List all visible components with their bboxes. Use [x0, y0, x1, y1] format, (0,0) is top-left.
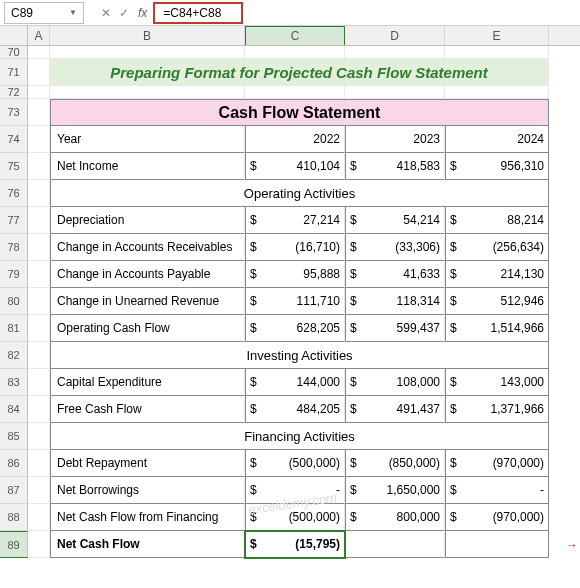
cell[interactable]: $(500,000)	[245, 504, 345, 531]
name-box[interactable]: C89 ▼	[4, 2, 84, 24]
row-header[interactable]: 87	[0, 477, 28, 504]
cell[interactable]: $410,104	[245, 153, 345, 180]
label-ncf: Net Cash Flow	[50, 531, 245, 558]
name-box-value: C89	[11, 6, 33, 20]
col-header-c[interactable]: C	[245, 26, 345, 45]
formula-text: =C84+C88	[163, 6, 221, 20]
cell[interactable]: $1,371,966	[445, 396, 549, 423]
row-header[interactable]: 77	[0, 207, 28, 234]
chevron-down-icon[interactable]: ▼	[69, 8, 77, 17]
row-header[interactable]: 83	[0, 369, 28, 396]
row-header[interactable]: 89	[0, 531, 28, 558]
cell[interactable]: $(500,000)	[245, 450, 345, 477]
section-financing: Financing Activities	[50, 423, 549, 450]
section-operating: Operating Activities	[50, 180, 549, 207]
label-cap: Change in Accounts Payable	[50, 261, 245, 288]
cell[interactable]: $144,000	[245, 369, 345, 396]
cell[interactable]: $599,437	[345, 315, 445, 342]
cell[interactable]: $111,710	[245, 288, 345, 315]
cell[interactable]: $88,214	[445, 207, 549, 234]
cancel-icon[interactable]: ✕	[98, 6, 114, 20]
grid: 70 71 72 73 74 75 76 77 78 79 80 81 82 8…	[0, 46, 580, 558]
row-header[interactable]: 82	[0, 342, 28, 369]
cell[interactable]	[445, 531, 549, 558]
cell[interactable]: $95,888	[245, 261, 345, 288]
col-header-d[interactable]: D	[345, 26, 445, 45]
cell[interactable]: $1,514,966	[445, 315, 549, 342]
cell[interactable]: $41,633	[345, 261, 445, 288]
row-headers: 70 71 72 73 74 75 76 77 78 79 80 81 82 8…	[0, 46, 28, 558]
cell[interactable]	[345, 531, 445, 558]
arrow-right-icon: →	[566, 538, 578, 552]
table-header: Cash Flow Statement	[50, 99, 549, 126]
formula-buttons: ✕ ✓	[98, 6, 132, 20]
col-header-a[interactable]: A	[28, 26, 50, 45]
row-header[interactable]: 81	[0, 315, 28, 342]
label-ncff: Net Cash Flow from Financing	[50, 504, 245, 531]
year-d[interactable]: 2023	[345, 126, 445, 153]
cell[interactable]: $-	[245, 477, 345, 504]
fx-label[interactable]: fx	[138, 6, 147, 20]
label-depreciation: Depreciation	[50, 207, 245, 234]
cell[interactable]: $143,000	[445, 369, 549, 396]
cell[interactable]: $118,314	[345, 288, 445, 315]
row-header[interactable]: 88	[0, 504, 28, 531]
row-header[interactable]: 79	[0, 261, 28, 288]
year-e[interactable]: 2024	[445, 126, 549, 153]
cell[interactable]: $(970,000)	[445, 450, 549, 477]
label-car: Change in Accounts Receivables	[50, 234, 245, 261]
label-net-income: Net Income	[50, 153, 245, 180]
cell[interactable]: $800,000	[345, 504, 445, 531]
label-capex: Capital Expenditure	[50, 369, 245, 396]
selected-cell[interactable]: $(15,795)	[245, 531, 345, 558]
formula-input[interactable]: =C84+C88	[153, 2, 243, 24]
row-header[interactable]: 85	[0, 423, 28, 450]
label-fcf: Free Cash Flow	[50, 396, 245, 423]
title-banner: Preparing Format for Projected Cash Flow…	[50, 59, 549, 86]
cell[interactable]: $(33,306)	[345, 234, 445, 261]
select-all-corner[interactable]	[0, 26, 28, 45]
row-header[interactable]: 71	[0, 59, 28, 86]
col-header-b[interactable]: B	[50, 26, 245, 45]
cell[interactable]: $(970,000)	[445, 504, 549, 531]
label-cur: Change in Unearned Revenue	[50, 288, 245, 315]
col-header-e[interactable]: E	[445, 26, 549, 45]
cell[interactable]: $484,205	[245, 396, 345, 423]
label-netbor: Net Borrowings	[50, 477, 245, 504]
row-header[interactable]: 86	[0, 450, 28, 477]
cells-area[interactable]: exceldemy.com Preparing Format for Proje…	[28, 46, 580, 558]
cell[interactable]: $(256,634)	[445, 234, 549, 261]
row-header[interactable]: 78	[0, 234, 28, 261]
cell[interactable]: $1,650,000	[345, 477, 445, 504]
row-header[interactable]: 73	[0, 99, 28, 126]
label-ocf: Operating Cash Flow	[50, 315, 245, 342]
cell[interactable]: $(16,710)	[245, 234, 345, 261]
row-header[interactable]: 72	[0, 86, 28, 99]
cell[interactable]: $512,946	[445, 288, 549, 315]
check-icon[interactable]: ✓	[116, 6, 132, 20]
year-c[interactable]: 2022	[245, 126, 345, 153]
row-header[interactable]: 76	[0, 180, 28, 207]
cell[interactable]: $54,214	[345, 207, 445, 234]
section-investing: Investing Activities	[50, 342, 549, 369]
cell[interactable]: $27,214	[245, 207, 345, 234]
row-header[interactable]: 74	[0, 126, 28, 153]
cell[interactable]: $956,310	[445, 153, 549, 180]
label-year: Year	[50, 126, 245, 153]
row-header[interactable]: 70	[0, 46, 28, 59]
label-debt: Debt Repayment	[50, 450, 245, 477]
cell[interactable]: $214,130	[445, 261, 549, 288]
row-header[interactable]: 84	[0, 396, 28, 423]
row-header[interactable]: 80	[0, 288, 28, 315]
cell[interactable]: $418,583	[345, 153, 445, 180]
cell[interactable]: $628,205	[245, 315, 345, 342]
cell[interactable]: $(850,000)	[345, 450, 445, 477]
cell[interactable]: $491,437	[345, 396, 445, 423]
column-headers: A B C D E	[0, 26, 580, 46]
cell[interactable]: $-	[445, 477, 549, 504]
formula-bar-row: C89 ▼ ✕ ✓ fx =C84+C88	[0, 0, 580, 26]
row-header[interactable]: 75	[0, 153, 28, 180]
cell[interactable]: $108,000	[345, 369, 445, 396]
